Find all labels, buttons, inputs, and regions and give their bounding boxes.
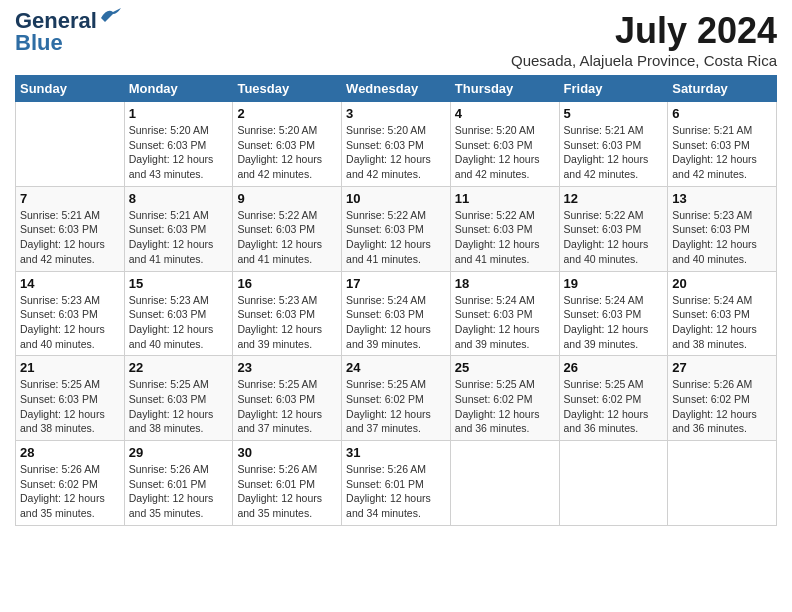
- day-number: 4: [455, 106, 555, 121]
- calendar-cell: 22Sunrise: 5:25 AM Sunset: 6:03 PM Dayli…: [124, 356, 233, 441]
- day-number: 16: [237, 276, 337, 291]
- cell-info: Sunrise: 5:26 AM Sunset: 6:01 PM Dayligh…: [129, 462, 229, 521]
- day-number: 9: [237, 191, 337, 206]
- day-number: 10: [346, 191, 446, 206]
- calendar-cell: 8Sunrise: 5:21 AM Sunset: 6:03 PM Daylig…: [124, 186, 233, 271]
- cell-info: Sunrise: 5:22 AM Sunset: 6:03 PM Dayligh…: [455, 208, 555, 267]
- weekday-header-thursday: Thursday: [450, 76, 559, 102]
- cell-info: Sunrise: 5:20 AM Sunset: 6:03 PM Dayligh…: [346, 123, 446, 182]
- cell-info: Sunrise: 5:24 AM Sunset: 6:03 PM Dayligh…: [672, 293, 772, 352]
- cell-info: Sunrise: 5:25 AM Sunset: 6:03 PM Dayligh…: [237, 377, 337, 436]
- cell-info: Sunrise: 5:23 AM Sunset: 6:03 PM Dayligh…: [129, 293, 229, 352]
- day-number: 28: [20, 445, 120, 460]
- calendar-cell: 1Sunrise: 5:20 AM Sunset: 6:03 PM Daylig…: [124, 102, 233, 187]
- day-number: 12: [564, 191, 664, 206]
- page-header: General Blue July 2024 Quesada, Alajuela…: [15, 10, 777, 69]
- calendar-table: SundayMondayTuesdayWednesdayThursdayFrid…: [15, 75, 777, 526]
- day-number: 6: [672, 106, 772, 121]
- day-number: 21: [20, 360, 120, 375]
- calendar-cell: [559, 441, 668, 526]
- calendar-cell: 23Sunrise: 5:25 AM Sunset: 6:03 PM Dayli…: [233, 356, 342, 441]
- weekday-header-wednesday: Wednesday: [342, 76, 451, 102]
- day-number: 20: [672, 276, 772, 291]
- calendar-cell: 5Sunrise: 5:21 AM Sunset: 6:03 PM Daylig…: [559, 102, 668, 187]
- cell-info: Sunrise: 5:26 AM Sunset: 6:02 PM Dayligh…: [672, 377, 772, 436]
- calendar-cell: 6Sunrise: 5:21 AM Sunset: 6:03 PM Daylig…: [668, 102, 777, 187]
- calendar-week-row: 1Sunrise: 5:20 AM Sunset: 6:03 PM Daylig…: [16, 102, 777, 187]
- day-number: 24: [346, 360, 446, 375]
- day-number: 11: [455, 191, 555, 206]
- calendar-cell: 31Sunrise: 5:26 AM Sunset: 6:01 PM Dayli…: [342, 441, 451, 526]
- day-number: 1: [129, 106, 229, 121]
- calendar-cell: [668, 441, 777, 526]
- logo-text: General: [15, 10, 97, 32]
- calendar-cell: 4Sunrise: 5:20 AM Sunset: 6:03 PM Daylig…: [450, 102, 559, 187]
- cell-info: Sunrise: 5:26 AM Sunset: 6:01 PM Dayligh…: [346, 462, 446, 521]
- weekday-header-monday: Monday: [124, 76, 233, 102]
- cell-info: Sunrise: 5:20 AM Sunset: 6:03 PM Dayligh…: [237, 123, 337, 182]
- day-number: 18: [455, 276, 555, 291]
- calendar-cell: 15Sunrise: 5:23 AM Sunset: 6:03 PM Dayli…: [124, 271, 233, 356]
- cell-info: Sunrise: 5:20 AM Sunset: 6:03 PM Dayligh…: [129, 123, 229, 182]
- logo: General Blue: [15, 10, 121, 54]
- cell-info: Sunrise: 5:25 AM Sunset: 6:02 PM Dayligh…: [455, 377, 555, 436]
- calendar-cell: [16, 102, 125, 187]
- cell-info: Sunrise: 5:21 AM Sunset: 6:03 PM Dayligh…: [564, 123, 664, 182]
- day-number: 5: [564, 106, 664, 121]
- weekday-header-friday: Friday: [559, 76, 668, 102]
- day-number: 19: [564, 276, 664, 291]
- calendar-header-row: SundayMondayTuesdayWednesdayThursdayFrid…: [16, 76, 777, 102]
- logo-bird-icon: [99, 8, 121, 26]
- day-number: 25: [455, 360, 555, 375]
- cell-info: Sunrise: 5:22 AM Sunset: 6:03 PM Dayligh…: [237, 208, 337, 267]
- day-number: 3: [346, 106, 446, 121]
- weekday-header-tuesday: Tuesday: [233, 76, 342, 102]
- cell-info: Sunrise: 5:25 AM Sunset: 6:02 PM Dayligh…: [346, 377, 446, 436]
- location: Quesada, Alajuela Province, Costa Rica: [511, 52, 777, 69]
- calendar-cell: 9Sunrise: 5:22 AM Sunset: 6:03 PM Daylig…: [233, 186, 342, 271]
- calendar-cell: 30Sunrise: 5:26 AM Sunset: 6:01 PM Dayli…: [233, 441, 342, 526]
- day-number: 31: [346, 445, 446, 460]
- calendar-cell: 10Sunrise: 5:22 AM Sunset: 6:03 PM Dayli…: [342, 186, 451, 271]
- calendar-cell: 28Sunrise: 5:26 AM Sunset: 6:02 PM Dayli…: [16, 441, 125, 526]
- day-number: 22: [129, 360, 229, 375]
- calendar-cell: 26Sunrise: 5:25 AM Sunset: 6:02 PM Dayli…: [559, 356, 668, 441]
- day-number: 27: [672, 360, 772, 375]
- day-number: 23: [237, 360, 337, 375]
- day-number: 14: [20, 276, 120, 291]
- calendar-cell: 25Sunrise: 5:25 AM Sunset: 6:02 PM Dayli…: [450, 356, 559, 441]
- calendar-week-row: 21Sunrise: 5:25 AM Sunset: 6:03 PM Dayli…: [16, 356, 777, 441]
- cell-info: Sunrise: 5:21 AM Sunset: 6:03 PM Dayligh…: [20, 208, 120, 267]
- day-number: 26: [564, 360, 664, 375]
- calendar-cell: 12Sunrise: 5:22 AM Sunset: 6:03 PM Dayli…: [559, 186, 668, 271]
- calendar-cell: 16Sunrise: 5:23 AM Sunset: 6:03 PM Dayli…: [233, 271, 342, 356]
- day-number: 17: [346, 276, 446, 291]
- calendar-cell: 17Sunrise: 5:24 AM Sunset: 6:03 PM Dayli…: [342, 271, 451, 356]
- day-number: 7: [20, 191, 120, 206]
- cell-info: Sunrise: 5:25 AM Sunset: 6:03 PM Dayligh…: [129, 377, 229, 436]
- calendar-week-row: 14Sunrise: 5:23 AM Sunset: 6:03 PM Dayli…: [16, 271, 777, 356]
- calendar-cell: [450, 441, 559, 526]
- cell-info: Sunrise: 5:23 AM Sunset: 6:03 PM Dayligh…: [20, 293, 120, 352]
- cell-info: Sunrise: 5:24 AM Sunset: 6:03 PM Dayligh…: [564, 293, 664, 352]
- calendar-cell: 2Sunrise: 5:20 AM Sunset: 6:03 PM Daylig…: [233, 102, 342, 187]
- calendar-cell: 21Sunrise: 5:25 AM Sunset: 6:03 PM Dayli…: [16, 356, 125, 441]
- cell-info: Sunrise: 5:25 AM Sunset: 6:03 PM Dayligh…: [20, 377, 120, 436]
- day-number: 30: [237, 445, 337, 460]
- cell-info: Sunrise: 5:21 AM Sunset: 6:03 PM Dayligh…: [129, 208, 229, 267]
- calendar-cell: 27Sunrise: 5:26 AM Sunset: 6:02 PM Dayli…: [668, 356, 777, 441]
- calendar-week-row: 28Sunrise: 5:26 AM Sunset: 6:02 PM Dayli…: [16, 441, 777, 526]
- cell-info: Sunrise: 5:25 AM Sunset: 6:02 PM Dayligh…: [564, 377, 664, 436]
- calendar-body: 1Sunrise: 5:20 AM Sunset: 6:03 PM Daylig…: [16, 102, 777, 526]
- calendar-cell: 11Sunrise: 5:22 AM Sunset: 6:03 PM Dayli…: [450, 186, 559, 271]
- cell-info: Sunrise: 5:26 AM Sunset: 6:02 PM Dayligh…: [20, 462, 120, 521]
- day-number: 29: [129, 445, 229, 460]
- day-number: 15: [129, 276, 229, 291]
- cell-info: Sunrise: 5:24 AM Sunset: 6:03 PM Dayligh…: [455, 293, 555, 352]
- weekday-header-sunday: Sunday: [16, 76, 125, 102]
- cell-info: Sunrise: 5:22 AM Sunset: 6:03 PM Dayligh…: [564, 208, 664, 267]
- calendar-cell: 3Sunrise: 5:20 AM Sunset: 6:03 PM Daylig…: [342, 102, 451, 187]
- cell-info: Sunrise: 5:21 AM Sunset: 6:03 PM Dayligh…: [672, 123, 772, 182]
- calendar-week-row: 7Sunrise: 5:21 AM Sunset: 6:03 PM Daylig…: [16, 186, 777, 271]
- cell-info: Sunrise: 5:23 AM Sunset: 6:03 PM Dayligh…: [672, 208, 772, 267]
